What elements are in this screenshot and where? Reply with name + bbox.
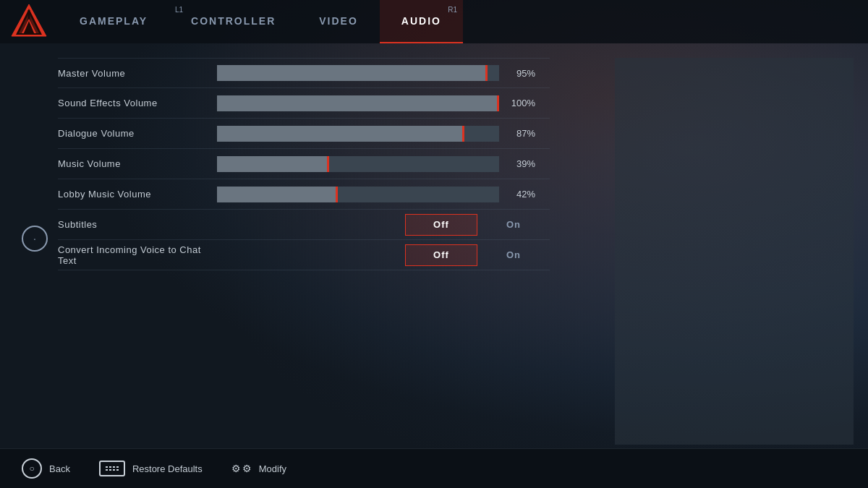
master-volume-slider-container[interactable]: 95% <box>217 65 550 81</box>
circle-button: · <box>22 226 48 252</box>
right-panel <box>615 58 854 445</box>
sound-effects-fill <box>217 95 499 111</box>
modify-label: Modify <box>259 463 286 474</box>
gear-symbol-2: ⚙ <box>242 463 252 474</box>
subtitles-toggle-group: Off On <box>217 214 550 236</box>
sound-effects-track[interactable] <box>217 95 499 111</box>
key-dot-4 <box>116 466 119 468</box>
music-label: Music Volume <box>58 158 217 169</box>
back-icon: ○ <box>22 458 42 479</box>
master-volume-value: 95% <box>506 68 535 79</box>
audio-indicator-right: R1 <box>448 6 457 14</box>
side-indicator: · <box>22 226 48 252</box>
subtitles-on-label: On <box>506 219 521 230</box>
sound-effects-label: Sound Effects Volume <box>58 98 217 108</box>
nav-tabs: GAMEPLAY L1 CONTROLLER VIDEO AUDIO R1 <box>58 0 868 43</box>
lobby-music-slider-container[interactable]: 42% <box>217 187 550 202</box>
header: GAMEPLAY L1 CONTROLLER VIDEO AUDIO R1 <box>0 0 868 43</box>
dialogue-fill <box>217 126 462 142</box>
apex-logo <box>0 0 58 43</box>
subtitles-off-button[interactable]: Off <box>405 214 477 236</box>
convert-voice-toggle-group: Off On <box>217 244 550 266</box>
master-volume-track[interactable] <box>217 65 499 81</box>
setting-row-sound-effects: Sound Effects Volume 100% <box>58 88 550 119</box>
subtitles-label: Subtitles <box>58 219 217 230</box>
circle-dot: · <box>33 233 36 244</box>
keyboard-keys <box>106 466 119 471</box>
main-content: Master Volume 95% Sound Effects Volume 1… <box>0 43 868 488</box>
key-dot-6 <box>109 469 111 471</box>
setting-row-subtitles: Subtitles Off On <box>58 210 550 240</box>
lobby-music-fill <box>217 187 336 202</box>
dialogue-track[interactable] <box>217 126 499 142</box>
music-slider-container[interactable]: 39% <box>217 156 550 172</box>
lobby-music-label: Lobby Music Volume <box>58 189 217 200</box>
tab-controller[interactable]: L1 CONTROLLER <box>169 0 297 43</box>
dialogue-label: Dialogue Volume <box>58 128 217 139</box>
key-dot-1 <box>106 466 108 468</box>
key-dot-5 <box>106 469 108 471</box>
sound-effects-slider-container[interactable]: 100% <box>217 95 550 111</box>
master-volume-label: Master Volume <box>58 68 217 79</box>
keyboard-icon <box>99 461 125 476</box>
gear-icon: ⚙ ⚙ <box>231 463 252 474</box>
sound-effects-value: 100% <box>506 98 535 108</box>
lobby-music-value: 42% <box>506 189 535 200</box>
tab-audio-label: AUDIO <box>401 15 441 27</box>
key-dot-7 <box>113 469 115 471</box>
tab-gameplay[interactable]: GAMEPLAY <box>58 0 169 43</box>
key-dot-3 <box>113 466 115 468</box>
convert-voice-on-button[interactable]: On <box>477 244 550 266</box>
dialogue-slider-container[interactable]: 87% <box>217 126 550 142</box>
lobby-music-track[interactable] <box>217 187 499 202</box>
tab-video[interactable]: VIDEO <box>297 0 380 43</box>
tab-gameplay-label: GAMEPLAY <box>80 15 148 27</box>
restore-defaults-action[interactable]: Restore Defaults <box>99 461 203 476</box>
bottom-bar: ○ Back Restore Defaults ⚙ ⚙ Modify <box>0 448 868 488</box>
convert-voice-on-label: On <box>506 249 521 260</box>
controller-indicator-left: L1 <box>175 6 183 14</box>
setting-row-music: Music Volume 39% <box>58 149 550 179</box>
setting-row-lobby-music: Lobby Music Volume 42% <box>58 179 550 210</box>
convert-voice-label: Convert Incoming Voice to Chat Text <box>58 244 217 266</box>
music-track[interactable] <box>217 156 499 172</box>
tab-audio[interactable]: AUDIO R1 <box>380 0 463 43</box>
restore-defaults-label: Restore Defaults <box>132 463 203 474</box>
setting-row-convert-voice: Convert Incoming Voice to Chat Text Off … <box>58 240 550 270</box>
music-value: 39% <box>506 158 535 169</box>
music-fill <box>217 156 327 172</box>
back-action[interactable]: ○ Back <box>22 458 70 479</box>
key-dot-2 <box>109 466 111 468</box>
subtitles-on-button[interactable]: On <box>477 214 550 236</box>
convert-voice-off-label: Off <box>433 249 449 260</box>
setting-row-master-volume: Master Volume 95% <box>58 58 550 88</box>
dialogue-value: 87% <box>506 128 535 139</box>
sound-effects-thumb <box>497 95 499 111</box>
back-label: Back <box>49 463 70 474</box>
tab-video-label: VIDEO <box>319 15 358 27</box>
master-volume-fill <box>217 65 485 81</box>
setting-row-dialogue: Dialogue Volume 87% <box>58 119 550 149</box>
gear-symbol-1: ⚙ <box>231 463 241 474</box>
subtitles-off-label: Off <box>433 219 449 230</box>
music-thumb <box>327 156 329 172</box>
lobby-music-thumb <box>336 187 338 202</box>
circle-icon: ○ <box>29 463 34 474</box>
master-volume-thumb <box>485 65 488 81</box>
key-dot-8 <box>116 469 119 471</box>
tab-controller-label: CONTROLLER <box>191 15 276 27</box>
convert-voice-off-button[interactable]: Off <box>405 244 477 266</box>
modify-action[interactable]: ⚙ ⚙ Modify <box>231 463 286 474</box>
apex-logo-icon <box>10 3 48 40</box>
settings-panel: Master Volume 95% Sound Effects Volume 1… <box>58 58 550 488</box>
dialogue-thumb <box>462 126 464 142</box>
